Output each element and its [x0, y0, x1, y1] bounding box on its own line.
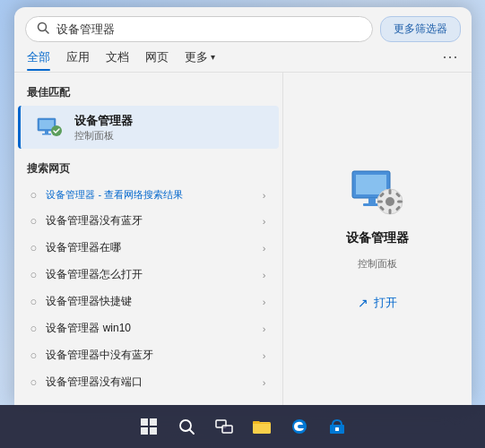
svg-rect-15: [377, 201, 383, 203]
svg-point-12: [385, 197, 394, 206]
search-web-icon: ○: [30, 322, 38, 335]
list-item[interactable]: ○ 设备管理器快捷键 ›: [18, 289, 279, 314]
result-text: 设备管理器中没有蓝牙: [46, 348, 153, 363]
search-web-icon: ○: [30, 375, 38, 389]
svg-rect-23: [141, 427, 148, 435]
svg-rect-32: [335, 427, 339, 431]
tab-docs[interactable]: 文档: [106, 49, 129, 71]
search-input[interactable]: [56, 22, 361, 36]
svg-rect-21: [141, 418, 148, 426]
more-filters-button[interactable]: 更多筛选器: [380, 16, 461, 42]
search-web-icon: ○: [30, 295, 38, 308]
chevron-right-icon: ›: [263, 377, 266, 388]
list-item[interactable]: ○ 设备管理器在哪 ›: [18, 235, 279, 261]
device-manager-icon-small: [33, 111, 65, 143]
open-button[interactable]: ↗ 打开: [345, 290, 410, 315]
svg-rect-4: [45, 131, 48, 134]
chevron-right-icon: ›: [263, 190, 266, 201]
nav-tabs: 全部 应用 文档 网页 更多 ▾ ···: [14, 42, 472, 73]
svg-rect-8: [356, 175, 386, 194]
detail-title: 设备管理器: [346, 230, 409, 246]
search-web-label: 搜索网页: [14, 158, 282, 182]
chevron-right-icon: ›: [263, 297, 266, 307]
result-text: 设备管理器怎么打开: [46, 267, 143, 282]
chevron-right-icon: ›: [263, 323, 266, 334]
search-icon: [37, 22, 49, 37]
search-panel: 更多筛选器 全部 应用 文档 网页 更多 ▾ ··· 最佳匹配: [14, 7, 472, 405]
result-text: 设备管理器没有端口: [46, 375, 143, 390]
list-item[interactable]: ○ 设备管理器没有蓝牙 ›: [18, 208, 279, 234]
search-web-icon: ○: [30, 188, 38, 202]
svg-rect-9: [368, 198, 376, 203]
svg-rect-24: [150, 427, 157, 435]
search-web-icon: ○: [30, 268, 38, 281]
best-match-title: 设备管理器: [74, 113, 133, 129]
taskbar-edge-icon[interactable]: [283, 410, 316, 443]
search-web-icon: ○: [30, 241, 38, 254]
search-bar: 更多筛选器: [14, 7, 472, 42]
taskbar-search-icon[interactable]: [170, 410, 203, 443]
svg-rect-5: [42, 134, 51, 135]
main-content: 最佳匹配 设备管理器 控制面板: [14, 73, 472, 405]
svg-rect-3: [39, 120, 54, 129]
svg-rect-28: [222, 426, 232, 433]
svg-rect-22: [150, 418, 157, 426]
taskbar-store-icon[interactable]: [321, 410, 353, 443]
svg-line-1: [45, 30, 48, 34]
detail-subtitle: 控制面板: [358, 257, 397, 271]
list-item[interactable]: ○ 设备管理器 - 查看网络搜索结果 ›: [18, 183, 279, 207]
chevron-down-icon: ▾: [211, 52, 215, 62]
svg-rect-13: [388, 189, 391, 194]
svg-line-26: [189, 430, 194, 435]
svg-rect-14: [388, 209, 391, 214]
right-panel: 设备管理器 控制面板 ↗ 打开: [283, 73, 472, 405]
taskbar-explorer-icon[interactable]: [246, 410, 278, 443]
taskbar-windows-icon[interactable]: [133, 410, 165, 443]
best-match-text: 设备管理器 控制面板: [74, 113, 133, 142]
chevron-right-icon: ›: [263, 270, 266, 280]
result-text: 设备管理器 - 查看网络搜索结果: [46, 188, 183, 202]
best-match-subtitle: 控制面板: [74, 129, 133, 142]
device-manager-icon-large: [349, 162, 406, 220]
result-text: 设备管理器快捷键: [46, 294, 132, 309]
result-text: 设备管理器没有蓝牙: [46, 213, 143, 228]
search-web-icon: ○: [30, 349, 38, 362]
left-panel: 最佳匹配 设备管理器 控制面板: [14, 73, 283, 405]
tab-apps[interactable]: 应用: [66, 49, 90, 71]
list-item[interactable]: ○ 设备管理器怎么打开 ›: [18, 262, 279, 288]
search-input-wrapper[interactable]: [25, 16, 373, 42]
search-web-icon: ○: [30, 214, 38, 228]
open-icon: ↗: [358, 296, 368, 310]
more-options-icon[interactable]: ···: [442, 47, 458, 72]
chevron-right-icon: ›: [263, 243, 266, 254]
chevron-right-icon: ›: [263, 350, 266, 361]
tab-more[interactable]: 更多 ▾: [185, 49, 215, 71]
best-match-item[interactable]: 设备管理器 控制面板: [18, 106, 279, 149]
result-text: 设备管理器在哪: [46, 240, 121, 255]
taskbar: [0, 405, 485, 448]
result-text: 设备管理器 win10: [46, 321, 131, 336]
best-match-label: 最佳匹配: [14, 82, 282, 106]
list-item[interactable]: ○ 设备管理器 win10 ›: [18, 315, 279, 341]
chevron-right-icon: ›: [263, 216, 266, 227]
tab-all[interactable]: 全部: [27, 49, 50, 71]
tab-web[interactable]: 网页: [145, 49, 169, 71]
svg-rect-16: [397, 201, 403, 203]
list-item[interactable]: ○ 设备管理器没有端口 ›: [18, 369, 279, 395]
taskbar-taskview-icon[interactable]: [208, 410, 240, 443]
list-item[interactable]: ○ 设备管理器中没有蓝牙 ›: [18, 342, 279, 368]
